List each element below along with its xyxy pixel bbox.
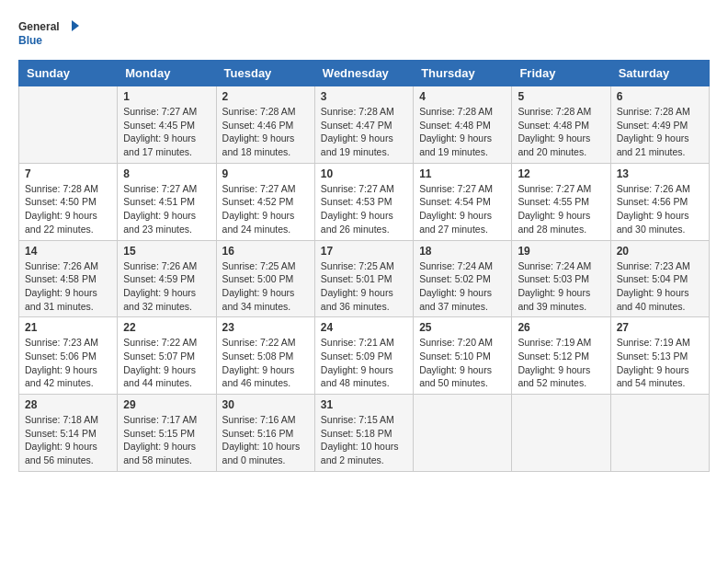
day-number: 31: [321, 398, 407, 411]
day-content: Sunrise: 7:16 AM Sunset: 5:16 PM Dayligh…: [222, 413, 309, 467]
day-number: 14: [25, 245, 111, 258]
day-number: 18: [419, 245, 506, 258]
day-number: 15: [123, 245, 210, 258]
day-content: Sunrise: 7:27 AM Sunset: 4:45 PM Dayligh…: [123, 105, 210, 159]
calendar-cell: 28Sunrise: 7:18 AM Sunset: 5:14 PM Dayli…: [19, 395, 118, 472]
calendar-cell: 7Sunrise: 7:28 AM Sunset: 4:50 PM Daylig…: [19, 163, 118, 240]
calendar-cell: 31Sunrise: 7:15 AM Sunset: 5:18 PM Dayli…: [314, 395, 413, 472]
day-content: Sunrise: 7:19 AM Sunset: 5:12 PM Dayligh…: [518, 336, 604, 390]
calendar-cell: 11Sunrise: 7:27 AM Sunset: 4:54 PM Dayli…: [414, 163, 512, 240]
day-content: Sunrise: 7:28 AM Sunset: 4:49 PM Dayligh…: [617, 105, 703, 159]
day-number: 11: [419, 167, 506, 180]
day-content: Sunrise: 7:22 AM Sunset: 5:07 PM Dayligh…: [123, 336, 210, 390]
day-number: 23: [222, 321, 309, 334]
header-day-friday: Friday: [512, 61, 610, 86]
calendar-cell: 6Sunrise: 7:28 AM Sunset: 4:49 PM Daylig…: [610, 86, 709, 164]
day-number: 8: [123, 167, 210, 180]
calendar-cell: 19Sunrise: 7:24 AM Sunset: 5:03 PM Dayli…: [512, 240, 610, 317]
calendar-cell: [19, 86, 118, 164]
header-day-saturday: Saturday: [610, 61, 709, 86]
svg-text:General: General: [18, 20, 60, 33]
day-number: 21: [25, 321, 111, 334]
calendar-cell: 24Sunrise: 7:21 AM Sunset: 5:09 PM Dayli…: [314, 317, 413, 395]
day-number: 16: [222, 245, 309, 258]
day-content: Sunrise: 7:21 AM Sunset: 5:09 PM Dayligh…: [321, 336, 407, 390]
calendar-cell: 1Sunrise: 7:27 AM Sunset: 4:45 PM Daylig…: [118, 86, 216, 164]
day-number: 27: [617, 321, 703, 334]
day-content: Sunrise: 7:28 AM Sunset: 4:46 PM Dayligh…: [222, 105, 309, 159]
calendar-header-row: SundayMondayTuesdayWednesdayThursdayFrid…: [19, 61, 710, 86]
calendar-cell: 3Sunrise: 7:28 AM Sunset: 4:47 PM Daylig…: [314, 86, 413, 164]
calendar-cell: [610, 395, 709, 472]
calendar-week-row: 1Sunrise: 7:27 AM Sunset: 4:45 PM Daylig…: [19, 86, 710, 164]
calendar-week-row: 21Sunrise: 7:23 AM Sunset: 5:06 PM Dayli…: [19, 317, 710, 395]
day-content: Sunrise: 7:20 AM Sunset: 5:10 PM Dayligh…: [419, 336, 506, 390]
day-number: 1: [123, 90, 210, 103]
header-day-monday: Monday: [118, 61, 216, 86]
calendar-cell: 10Sunrise: 7:27 AM Sunset: 4:53 PM Dayli…: [314, 163, 413, 240]
day-content: Sunrise: 7:23 AM Sunset: 5:04 PM Dayligh…: [617, 259, 703, 314]
day-number: 28: [25, 398, 111, 411]
day-content: Sunrise: 7:27 AM Sunset: 4:52 PM Dayligh…: [222, 182, 309, 236]
day-number: 7: [25, 167, 111, 180]
day-content: Sunrise: 7:24 AM Sunset: 5:03 PM Dayligh…: [518, 259, 604, 314]
calendar-cell: 25Sunrise: 7:20 AM Sunset: 5:10 PM Dayli…: [414, 317, 512, 395]
day-content: Sunrise: 7:26 AM Sunset: 4:56 PM Dayligh…: [617, 182, 703, 236]
day-number: 12: [518, 167, 604, 180]
calendar-cell: 4Sunrise: 7:28 AM Sunset: 4:48 PM Daylig…: [414, 86, 512, 164]
day-number: 29: [123, 398, 210, 411]
day-content: Sunrise: 7:27 AM Sunset: 4:53 PM Dayligh…: [321, 182, 407, 236]
calendar-week-row: 7Sunrise: 7:28 AM Sunset: 4:50 PM Daylig…: [19, 163, 710, 240]
calendar-cell: 15Sunrise: 7:26 AM Sunset: 4:59 PM Dayli…: [118, 240, 216, 317]
day-content: Sunrise: 7:24 AM Sunset: 5:02 PM Dayligh…: [419, 259, 506, 314]
svg-text:Blue: Blue: [18, 34, 42, 47]
header-day-thursday: Thursday: [414, 61, 512, 86]
day-number: 10: [321, 167, 407, 180]
calendar-cell: 13Sunrise: 7:26 AM Sunset: 4:56 PM Dayli…: [610, 163, 709, 240]
day-content: Sunrise: 7:23 AM Sunset: 5:06 PM Dayligh…: [25, 336, 111, 390]
calendar-cell: 21Sunrise: 7:23 AM Sunset: 5:06 PM Dayli…: [19, 317, 118, 395]
day-number: 25: [419, 321, 506, 334]
day-number: 4: [419, 90, 506, 103]
calendar-cell: [414, 395, 512, 472]
day-content: Sunrise: 7:18 AM Sunset: 5:14 PM Dayligh…: [25, 413, 111, 467]
day-content: Sunrise: 7:28 AM Sunset: 4:50 PM Dayligh…: [25, 182, 111, 236]
day-number: 26: [518, 321, 604, 334]
calendar-cell: 14Sunrise: 7:26 AM Sunset: 4:58 PM Dayli…: [19, 240, 118, 317]
day-number: 6: [617, 90, 703, 103]
calendar-cell: 5Sunrise: 7:28 AM Sunset: 4:48 PM Daylig…: [512, 86, 610, 164]
day-content: Sunrise: 7:17 AM Sunset: 5:15 PM Dayligh…: [123, 413, 210, 467]
header-day-wednesday: Wednesday: [314, 61, 413, 86]
calendar-cell: 2Sunrise: 7:28 AM Sunset: 4:46 PM Daylig…: [216, 86, 314, 164]
calendar-week-row: 28Sunrise: 7:18 AM Sunset: 5:14 PM Dayli…: [19, 395, 710, 472]
day-content: Sunrise: 7:25 AM Sunset: 5:00 PM Dayligh…: [222, 259, 309, 314]
day-number: 17: [321, 245, 407, 258]
calendar-cell: 12Sunrise: 7:27 AM Sunset: 4:55 PM Dayli…: [512, 163, 610, 240]
day-content: Sunrise: 7:25 AM Sunset: 5:01 PM Dayligh…: [321, 259, 407, 314]
day-number: 2: [222, 90, 309, 103]
calendar-cell: 20Sunrise: 7:23 AM Sunset: 5:04 PM Dayli…: [610, 240, 709, 317]
day-content: Sunrise: 7:26 AM Sunset: 4:59 PM Dayligh…: [123, 259, 210, 314]
day-content: Sunrise: 7:19 AM Sunset: 5:13 PM Dayligh…: [617, 336, 703, 390]
calendar-cell: 18Sunrise: 7:24 AM Sunset: 5:02 PM Dayli…: [414, 240, 512, 317]
day-number: 9: [222, 167, 309, 180]
day-content: Sunrise: 7:27 AM Sunset: 4:51 PM Dayligh…: [123, 182, 210, 236]
calendar-cell: [512, 395, 610, 472]
calendar-cell: 22Sunrise: 7:22 AM Sunset: 5:07 PM Dayli…: [118, 317, 216, 395]
header: General Blue: [18, 18, 710, 51]
calendar-cell: 8Sunrise: 7:27 AM Sunset: 4:51 PM Daylig…: [118, 163, 216, 240]
day-number: 3: [321, 90, 407, 103]
calendar-cell: 23Sunrise: 7:22 AM Sunset: 5:08 PM Dayli…: [216, 317, 314, 395]
day-number: 13: [617, 167, 703, 180]
day-content: Sunrise: 7:15 AM Sunset: 5:18 PM Dayligh…: [321, 413, 407, 467]
day-content: Sunrise: 7:27 AM Sunset: 4:54 PM Dayligh…: [419, 182, 506, 236]
day-content: Sunrise: 7:26 AM Sunset: 4:58 PM Dayligh…: [25, 259, 111, 314]
day-content: Sunrise: 7:28 AM Sunset: 4:48 PM Dayligh…: [518, 105, 604, 159]
calendar-cell: 26Sunrise: 7:19 AM Sunset: 5:12 PM Dayli…: [512, 317, 610, 395]
calendar-cell: 16Sunrise: 7:25 AM Sunset: 5:00 PM Dayli…: [216, 240, 314, 317]
calendar-table: SundayMondayTuesdayWednesdayThursdayFrid…: [18, 60, 710, 472]
calendar-cell: 27Sunrise: 7:19 AM Sunset: 5:13 PM Dayli…: [610, 317, 709, 395]
day-number: 5: [518, 90, 604, 103]
day-number: 22: [123, 321, 210, 334]
day-content: Sunrise: 7:27 AM Sunset: 4:55 PM Dayligh…: [518, 182, 604, 236]
